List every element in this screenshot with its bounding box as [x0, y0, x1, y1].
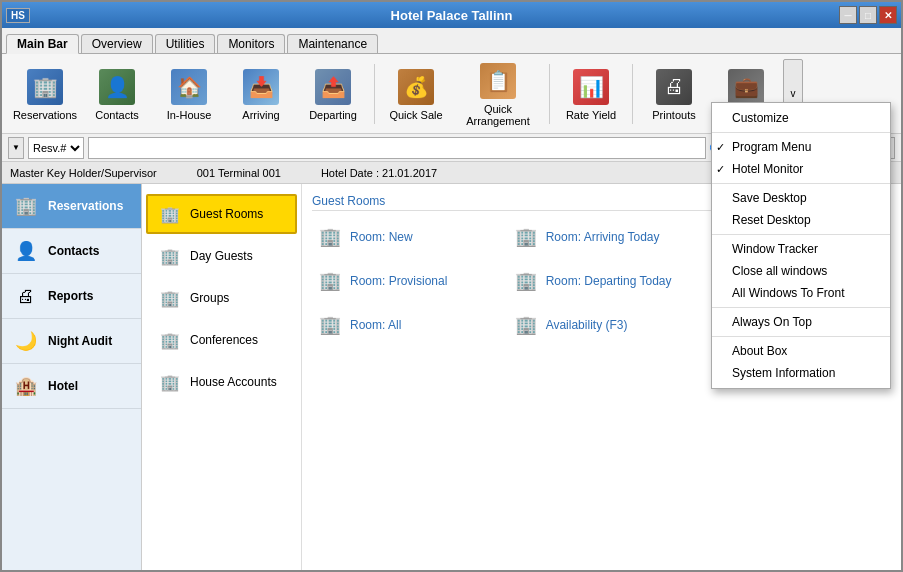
dropdown-customize[interactable]: Customize — [712, 107, 890, 129]
toolbar-sep-2 — [549, 64, 550, 124]
toolbar-departing[interactable]: 📤 Departing — [298, 62, 368, 126]
room-arriving-icon: 🏢 — [512, 223, 540, 251]
dropdown-always-on-top[interactable]: Always On Top — [712, 311, 890, 333]
grid-item-room-all[interactable]: 🏢 Room: All — [312, 307, 500, 343]
dropdown-sep-5 — [712, 336, 890, 337]
sidebar-reports-label: Reports — [48, 289, 93, 303]
toolbar-arriving[interactable]: 📥 Arriving — [226, 62, 296, 126]
contacts-icon: 👤 — [97, 67, 137, 107]
toolbar-quicksale[interactable]: 💰 Quick Sale — [381, 62, 451, 126]
quicksale-icon: 💰 — [396, 67, 436, 107]
toolbar-rateyield[interactable]: 📊 Rate Yield — [556, 62, 626, 126]
minimize-button[interactable]: ─ — [839, 6, 857, 24]
tab-overview[interactable]: Overview — [81, 34, 153, 53]
dropdown-save-desktop[interactable]: Save Desktop — [712, 187, 890, 209]
printouts-label: Printouts — [652, 109, 695, 121]
sidebar-contacts-icon: 👤 — [12, 237, 40, 265]
rateyield-label: Rate Yield — [566, 109, 616, 121]
toolbar-inhouse[interactable]: 🏠 In-House — [154, 62, 224, 126]
menu-groups-label: Groups — [190, 291, 229, 305]
toolbar-qa[interactable]: 📋 Quick Arrangement — [453, 56, 543, 132]
sidebar-reservations-icon: 🏢 — [12, 192, 40, 220]
room-provisional-icon: 🏢 — [316, 267, 344, 295]
reservations-label: Reservations — [13, 109, 77, 121]
menu-day-guests-label: Day Guests — [190, 249, 253, 263]
room-departing-icon: 🏢 — [512, 267, 540, 295]
toolbar-printouts[interactable]: 🖨 Printouts — [639, 62, 709, 126]
menu-day-guests-icon: 🏢 — [158, 244, 182, 268]
search-type-select[interactable]: Resv.# — [28, 137, 84, 159]
rateyield-icon: 📊 — [571, 67, 611, 107]
quicksale-label: Quick Sale — [389, 109, 442, 121]
availability-label: Availability (F3) — [546, 318, 628, 332]
tab-main-bar[interactable]: Main Bar — [6, 34, 79, 54]
sidebar-item-reports[interactable]: 🖨 Reports — [2, 274, 141, 319]
sidebar-item-hotel[interactable]: 🏨 Hotel — [2, 364, 141, 409]
grid-item-availability[interactable]: 🏢 Availability (F3) — [508, 307, 696, 343]
menu-guest-rooms-icon: 🏢 — [158, 202, 182, 226]
backoffice-icon: 💼 — [726, 67, 766, 107]
dropdown-program-menu[interactable]: Program Menu — [712, 136, 890, 158]
sidebar-nightaudit-label: Night Audit — [48, 334, 112, 348]
toolbar-reservations[interactable]: 🏢 Reservations — [10, 62, 80, 126]
sidebar-nightaudit-icon: 🌙 — [12, 327, 40, 355]
menu-item-day-guests[interactable]: 🏢 Day Guests — [146, 236, 297, 276]
status-terminal: 001 Terminal 001 — [197, 167, 281, 179]
room-all-icon: 🏢 — [316, 311, 344, 339]
tab-utilities[interactable]: Utilities — [155, 34, 216, 53]
printouts-icon: 🖨 — [654, 67, 694, 107]
sidebar-item-contacts[interactable]: 👤 Contacts — [2, 229, 141, 274]
room-new-label: Room: New — [350, 230, 413, 244]
grid-item-room-new[interactable]: 🏢 Room: New — [312, 219, 500, 255]
tab-maintenance[interactable]: Maintenance — [287, 34, 378, 53]
tab-monitors[interactable]: Monitors — [217, 34, 285, 53]
menu-item-groups[interactable]: 🏢 Groups — [146, 278, 297, 318]
qa-label: Quick Arrangement — [458, 103, 538, 127]
dropdown-sep-1 — [712, 132, 890, 133]
dropdown-sep-4 — [712, 307, 890, 308]
departing-icon: 📤 — [313, 67, 353, 107]
menu-item-guest-rooms[interactable]: 🏢 Guest Rooms — [146, 194, 297, 234]
grid-item-room-arriving[interactable]: 🏢 Room: Arriving Today — [508, 219, 696, 255]
title-bar-controls: ─ □ ✕ — [839, 6, 897, 24]
menu-item-house-accounts[interactable]: 🏢 House Accounts — [146, 362, 297, 402]
sidebar-hotel-label: Hotel — [48, 379, 78, 393]
grid-item-room-departing[interactable]: 🏢 Room: Departing Today — [508, 263, 696, 299]
dropdown-close-all[interactable]: Close all windows — [712, 260, 890, 282]
menu-item-conferences[interactable]: 🏢 Conferences — [146, 320, 297, 360]
toolbar-contacts[interactable]: 👤 Contacts — [82, 62, 152, 126]
tab-bar: Main Bar Overview Utilities Monitors Mai… — [2, 28, 901, 54]
dropdown-all-windows-front[interactable]: All Windows To Front — [712, 282, 890, 304]
sidebar-item-reservations[interactable]: 🏢 Reservations — [2, 184, 141, 229]
toolbar-sep-3 — [632, 64, 633, 124]
sidebar-contacts-label: Contacts — [48, 244, 99, 258]
window-title: Hotel Palace Tallinn — [391, 8, 513, 23]
grid-item-room-provisional[interactable]: 🏢 Room: Provisional — [312, 263, 500, 299]
status-hotel-date: Hotel Date : 21.01.2017 — [321, 167, 437, 179]
sidebar-item-night-audit[interactable]: 🌙 Night Audit — [2, 319, 141, 364]
room-new-icon: 🏢 — [316, 223, 344, 251]
close-button[interactable]: ✕ — [879, 6, 897, 24]
maximize-button[interactable]: □ — [859, 6, 877, 24]
menu-house-accounts-icon: 🏢 — [158, 370, 182, 394]
inhouse-icon: 🏠 — [169, 67, 209, 107]
sidebar-reservations-label: Reservations — [48, 199, 123, 213]
hs-badge: HS — [6, 8, 30, 23]
arriving-icon: 📥 — [241, 67, 281, 107]
dropdown-about-box[interactable]: About Box — [712, 340, 890, 362]
search-input[interactable] — [88, 137, 706, 159]
menu-conferences-label: Conferences — [190, 333, 258, 347]
dropdown-window-tracker[interactable]: Window Tracker — [712, 238, 890, 260]
sidebar-reports-icon: 🖨 — [12, 282, 40, 310]
menu-groups-icon: 🏢 — [158, 286, 182, 310]
inhouse-label: In-House — [167, 109, 212, 121]
availability-icon: 🏢 — [512, 311, 540, 339]
main-window: HS Hotel Palace Tallinn ─ □ ✕ Main Bar O… — [0, 0, 903, 572]
menu-guest-rooms-label: Guest Rooms — [190, 207, 263, 221]
departing-label: Departing — [309, 109, 357, 121]
dropdown-reset-desktop[interactable]: Reset Desktop — [712, 209, 890, 231]
search-dropdown-arrow[interactable]: ▼ — [8, 137, 24, 159]
menu-conferences-icon: 🏢 — [158, 328, 182, 352]
dropdown-system-info[interactable]: System Information — [712, 362, 890, 384]
dropdown-hotel-monitor[interactable]: Hotel Monitor — [712, 158, 890, 180]
